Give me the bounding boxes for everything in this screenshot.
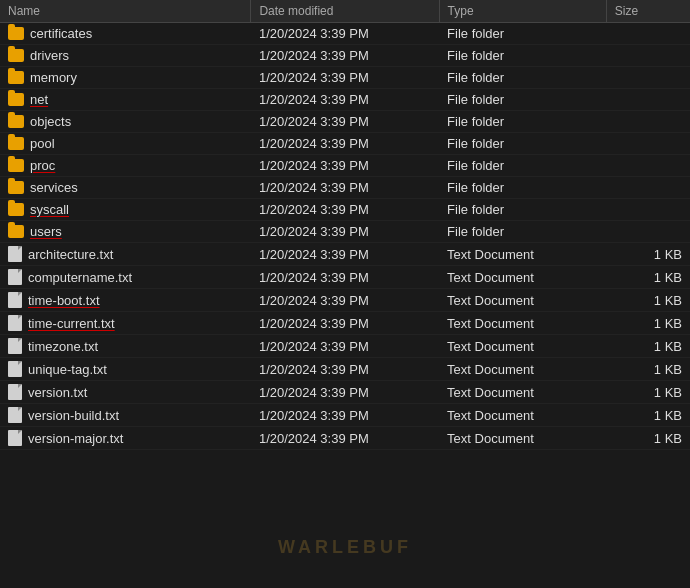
table-row[interactable]: architecture.txt1/20/2024 3:39 PMText Do…: [0, 243, 690, 266]
file-date-cell: 1/20/2024 3:39 PM: [251, 427, 439, 450]
file-name-cell: unique-tag.txt: [0, 358, 251, 381]
file-name-cell: computername.txt: [0, 266, 251, 289]
file-type-cell: File folder: [439, 45, 606, 67]
file-type-cell: File folder: [439, 155, 606, 177]
file-type-cell: Text Document: [439, 289, 606, 312]
table-row[interactable]: timezone.txt1/20/2024 3:39 PMText Docume…: [0, 335, 690, 358]
file-name-cell: services: [0, 177, 251, 199]
table-row[interactable]: version-major.txt1/20/2024 3:39 PMText D…: [0, 427, 690, 450]
table-row[interactable]: proc1/20/2024 3:39 PMFile folder: [0, 155, 690, 177]
file-date-cell: 1/20/2024 3:39 PM: [251, 243, 439, 266]
file-date-cell: 1/20/2024 3:39 PM: [251, 67, 439, 89]
table-row[interactable]: time-current.txt1/20/2024 3:39 PMText Do…: [0, 312, 690, 335]
table-row[interactable]: time-boot.txt1/20/2024 3:39 PMText Docum…: [0, 289, 690, 312]
file-icon: [8, 338, 22, 354]
file-name-cell: version.txt: [0, 381, 251, 404]
file-name-label: users: [30, 224, 62, 239]
file-size-cell: [606, 133, 690, 155]
header-size[interactable]: Size: [606, 0, 690, 23]
table-row[interactable]: drivers1/20/2024 3:39 PMFile folder: [0, 45, 690, 67]
file-type-cell: Text Document: [439, 243, 606, 266]
file-icon: [8, 246, 22, 262]
table-row[interactable]: services1/20/2024 3:39 PMFile folder: [0, 177, 690, 199]
file-date-cell: 1/20/2024 3:39 PM: [251, 45, 439, 67]
file-size-cell: [606, 45, 690, 67]
file-name-cell: proc: [0, 155, 251, 177]
file-type-cell: File folder: [439, 199, 606, 221]
file-type-cell: File folder: [439, 67, 606, 89]
folder-icon: [8, 71, 24, 84]
table-row[interactable]: objects1/20/2024 3:39 PMFile folder: [0, 111, 690, 133]
file-type-cell: Text Document: [439, 404, 606, 427]
file-name-cell: users: [0, 221, 251, 243]
file-name-cell: memory: [0, 67, 251, 89]
file-size-cell: 1 KB: [606, 266, 690, 289]
table-row[interactable]: net1/20/2024 3:39 PMFile folder: [0, 89, 690, 111]
file-name-label: version-major.txt: [28, 431, 123, 446]
file-size-cell: [606, 67, 690, 89]
file-name-cell: timezone.txt: [0, 335, 251, 358]
table-row[interactable]: memory1/20/2024 3:39 PMFile folder: [0, 67, 690, 89]
file-date-cell: 1/20/2024 3:39 PM: [251, 177, 439, 199]
file-date-cell: 1/20/2024 3:39 PM: [251, 221, 439, 243]
header-type[interactable]: Type: [439, 0, 606, 23]
file-size-cell: 1 KB: [606, 312, 690, 335]
file-name-label: version-build.txt: [28, 408, 119, 423]
file-size-cell: 1 KB: [606, 404, 690, 427]
file-size-cell: [606, 221, 690, 243]
header-name[interactable]: Name: [0, 0, 251, 23]
file-name-label: unique-tag.txt: [28, 362, 107, 377]
header-date[interactable]: Date modified: [251, 0, 439, 23]
file-name-label: net: [30, 92, 48, 107]
file-name-cell: version-build.txt: [0, 404, 251, 427]
file-icon: [8, 361, 22, 377]
file-name-label: architecture.txt: [28, 247, 113, 262]
file-date-cell: 1/20/2024 3:39 PM: [251, 358, 439, 381]
table-row[interactable]: unique-tag.txt1/20/2024 3:39 PMText Docu…: [0, 358, 690, 381]
table-row[interactable]: users1/20/2024 3:39 PMFile folder: [0, 221, 690, 243]
table-row[interactable]: pool1/20/2024 3:39 PMFile folder: [0, 133, 690, 155]
file-name-label: pool: [30, 136, 55, 151]
file-name-cell: time-boot.txt: [0, 289, 251, 312]
file-name-label: timezone.txt: [28, 339, 98, 354]
file-name-label: objects: [30, 114, 71, 129]
file-list-table: Name Date modified Type Size certificate…: [0, 0, 690, 450]
file-type-cell: Text Document: [439, 312, 606, 335]
folder-icon: [8, 225, 24, 238]
file-name-label: drivers: [30, 48, 69, 63]
file-icon: [8, 292, 22, 308]
file-type-cell: Text Document: [439, 427, 606, 450]
watermark: WARLEBUF: [278, 537, 412, 558]
file-size-cell: 1 KB: [606, 335, 690, 358]
file-type-cell: File folder: [439, 133, 606, 155]
file-date-cell: 1/20/2024 3:39 PM: [251, 133, 439, 155]
table-row[interactable]: syscall1/20/2024 3:39 PMFile folder: [0, 199, 690, 221]
file-size-cell: 1 KB: [606, 289, 690, 312]
file-icon: [8, 315, 22, 331]
folder-icon: [8, 159, 24, 172]
file-size-cell: 1 KB: [606, 381, 690, 404]
table-row[interactable]: version-build.txt1/20/2024 3:39 PMText D…: [0, 404, 690, 427]
file-size-cell: [606, 23, 690, 45]
file-date-cell: 1/20/2024 3:39 PM: [251, 23, 439, 45]
file-type-cell: File folder: [439, 177, 606, 199]
file-name-label: computername.txt: [28, 270, 132, 285]
table-row[interactable]: computername.txt1/20/2024 3:39 PMText Do…: [0, 266, 690, 289]
file-name-label: memory: [30, 70, 77, 85]
file-name-cell: pool: [0, 133, 251, 155]
file-size-cell: 1 KB: [606, 427, 690, 450]
table-row[interactable]: certificates1/20/2024 3:39 PMFile folder: [0, 23, 690, 45]
file-name-label: time-current.txt: [28, 316, 115, 331]
file-type-cell: Text Document: [439, 266, 606, 289]
folder-icon: [8, 27, 24, 40]
file-date-cell: 1/20/2024 3:39 PM: [251, 404, 439, 427]
table-row[interactable]: version.txt1/20/2024 3:39 PMText Documen…: [0, 381, 690, 404]
file-type-cell: File folder: [439, 111, 606, 133]
folder-icon: [8, 49, 24, 62]
file-date-cell: 1/20/2024 3:39 PM: [251, 155, 439, 177]
folder-icon: [8, 181, 24, 194]
file-date-cell: 1/20/2024 3:39 PM: [251, 381, 439, 404]
folder-icon: [8, 137, 24, 150]
file-size-cell: [606, 155, 690, 177]
file-name-label: proc: [30, 158, 55, 173]
